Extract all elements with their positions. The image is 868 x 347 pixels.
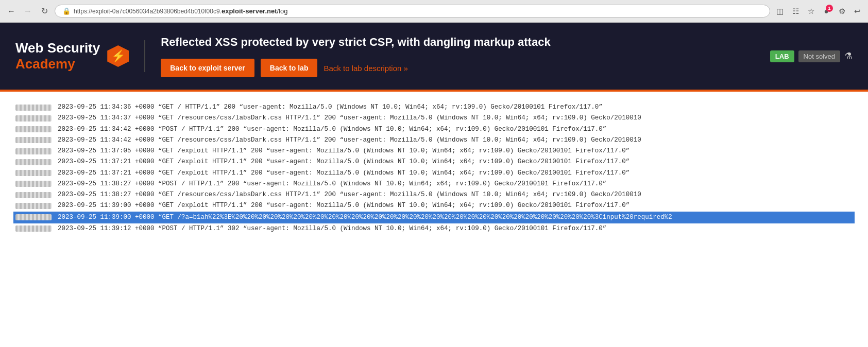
back-to-exploit-button[interactable]: Back to exploit server xyxy=(161,59,254,77)
back-to-description-link[interactable]: Back to lab description » xyxy=(324,64,407,73)
log-ip-block xyxy=(15,170,52,176)
log-entry: 2023-09-25 11:34:42 +0000 “POST / HTTP/1… xyxy=(15,124,853,135)
log-text: 2023-09-25 11:38:27 +0000 “GET /resource… xyxy=(58,189,641,200)
log-entry: 2023-09-25 11:37:05 +0000 “GET /exploit … xyxy=(15,146,853,157)
log-entry: 2023-09-25 11:37:21 +0000 “GET /exploit … xyxy=(15,157,853,167)
bookmark-icon[interactable]: ☆ xyxy=(805,6,816,17)
back-to-lab-button[interactable]: Back to lab xyxy=(261,59,318,77)
log-text: 2023-09-25 11:39:12 +0000 “POST / HTTP/1… xyxy=(58,223,606,234)
site-header: Web Security Academy ⚡ Reflected XSS pro… xyxy=(0,23,868,90)
log-entry: 2023-09-25 11:37:21 +0000 “GET /exploit … xyxy=(15,168,853,179)
toolbar-right: ◫ ☷ ☆ ● 1 ⚙ ↩ xyxy=(774,6,863,17)
notification-icon[interactable]: ● 1 xyxy=(821,6,832,17)
log-text: 2023-09-25 11:39:00 +0000 “GET /?a=b1ah%… xyxy=(58,212,672,223)
log-ip-block xyxy=(15,181,52,187)
logo-icon: ⚡ xyxy=(107,45,129,67)
flask-icon: ⚗ xyxy=(844,50,853,62)
log-entry: 2023-09-25 11:39:12 +0000 “POST / HTTP/1… xyxy=(15,223,853,234)
log-entry: 2023-09-25 11:39:00 +0000 “GET /exploit … xyxy=(15,200,853,211)
log-text: 2023-09-25 11:38:27 +0000 “POST / HTTP/1… xyxy=(58,179,606,189)
log-text: 2023-09-25 11:34:36 +0000 “GET / HTTP/1.… xyxy=(58,102,603,113)
extensions-puzzle-icon[interactable]: ⚙ xyxy=(836,6,847,17)
log-ip-block xyxy=(15,192,52,198)
log-ip-block xyxy=(15,137,52,143)
log-entry: 2023-09-25 11:38:27 +0000 “GET /resource… xyxy=(15,189,853,200)
log-ip-block xyxy=(15,225,52,232)
url-display: https://exploit-0a7c0056034a2b93806bed4b… xyxy=(74,7,288,15)
log-ip-block xyxy=(15,203,52,209)
log-text: 2023-09-25 11:39:00 +0000 “GET /exploit … xyxy=(58,200,629,211)
log-entry: 2023-09-25 11:38:27 +0000 “POST / HTTP/1… xyxy=(15,179,853,189)
log-ip-block xyxy=(15,159,52,165)
log-entry: 2023-09-25 11:34:42 +0000 “GET /resource… xyxy=(15,135,853,146)
log-text: 2023-09-25 11:34:42 +0000 “POST / HTTP/1… xyxy=(58,124,606,135)
lab-badge-area: LAB Not solved ⚗ xyxy=(770,50,853,62)
logo-words: Web Security Academy xyxy=(15,40,100,72)
log-text: 2023-09-25 11:37:21 +0000 “GET /exploit … xyxy=(58,168,629,179)
forward-button[interactable]: → xyxy=(22,5,34,18)
menu-icon[interactable]: ↩ xyxy=(852,6,863,17)
logo-text: Web Security Academy ⚡ xyxy=(15,40,129,72)
log-text: 2023-09-25 11:34:42 +0000 “GET /resource… xyxy=(58,135,641,146)
log-ip-block xyxy=(15,214,52,220)
log-container: 2023-09-25 11:34:36 +0000 “GET / HTTP/1.… xyxy=(0,92,868,245)
extensions-icon[interactable]: ◫ xyxy=(774,6,786,17)
reload-button[interactable]: ↻ xyxy=(38,5,50,18)
back-button[interactable]: ← xyxy=(5,5,18,18)
header-buttons: Back to exploit server Back to lab Back … xyxy=(161,59,770,77)
log-ip-block xyxy=(15,126,52,132)
lab-badge: LAB xyxy=(770,50,794,62)
lab-title: Reflected XSS protected by very strict C… xyxy=(161,35,770,50)
log-text: 2023-09-25 11:34:37 +0000 “GET /resource… xyxy=(58,113,641,124)
log-entry: 2023-09-25 11:34:36 +0000 “GET / HTTP/1.… xyxy=(15,102,853,113)
address-bar[interactable]: 🔒 https://exploit-0a7c0056034a2b93806bed… xyxy=(55,5,770,18)
reader-icon[interactable]: ☷ xyxy=(790,6,801,17)
notification-badge: 1 xyxy=(826,5,833,12)
log-ip-block xyxy=(15,105,52,111)
browser-chrome: ← → ↻ 🔒 https://exploit-0a7c0056034a2b93… xyxy=(0,0,868,23)
not-solved-badge: Not solved xyxy=(798,50,840,62)
log-text: 2023-09-25 11:37:05 +0000 “GET /exploit … xyxy=(58,146,629,157)
security-icon: 🔒 xyxy=(62,7,71,15)
log-entry: 2023-09-25 11:34:37 +0000 “GET /resource… xyxy=(15,113,853,124)
log-ip-block xyxy=(15,115,52,122)
log-text: 2023-09-25 11:37:21 +0000 “GET /exploit … xyxy=(58,157,629,167)
logo-area: Web Security Academy ⚡ xyxy=(15,40,145,72)
log-entry: 2023-09-25 11:39:00 +0000 “GET /?a=b1ah%… xyxy=(13,212,855,223)
log-ip-block xyxy=(15,148,52,154)
header-content: Reflected XSS protected by very strict C… xyxy=(145,35,770,78)
